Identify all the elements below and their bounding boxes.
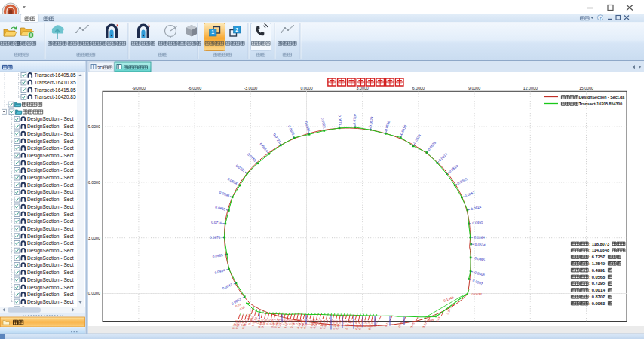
svg-text:DesignSection - Sect: DesignSection - Sect (27, 182, 74, 188)
svg-text:DesignSection - Sect.da: DesignSection - Sect.da (579, 95, 624, 99)
svg-text:0.0000: 0.0000 (88, 291, 100, 295)
svg-text:DesignSection - Sect: DesignSection - Sect (27, 197, 74, 203)
svg-text:DesignSection - Sect: DesignSection - Sect (27, 240, 74, 246)
svg-text:DesignSection - Sect: DesignSection - Sect (27, 248, 74, 254)
svg-text:DesignSection - Sect: DesignSection - Sect (27, 139, 74, 145)
svg-text:DesignSection - Sect: DesignSection - Sect (27, 226, 74, 232)
svg-text:: 0.8707: : 0.8707 (589, 295, 605, 299)
svg-text:: 0.0014: : 0.0014 (589, 288, 606, 292)
svg-text:3.0000: 3.0000 (357, 86, 369, 90)
svg-text:: 0.4991: : 0.4991 (589, 268, 605, 273)
svg-text:3D: 3D (97, 66, 103, 70)
svg-text:DesignSection - Sect: DesignSection - Sect (27, 189, 74, 195)
svg-text:DesignSection - Sect: DesignSection - Sect (27, 175, 74, 181)
svg-text:: 0.0063: : 0.0063 (589, 301, 605, 306)
svg-text:: 0.7395: : 0.7395 (589, 281, 605, 286)
svg-text:DesignSection - Sect: DesignSection - Sect (27, 292, 74, 298)
svg-text:DesignSection - Sect: DesignSection - Sect (27, 153, 74, 159)
svg-text:1: 1 (211, 29, 214, 35)
svg-text:DesignSection - Sect: DesignSection - Sect (27, 160, 74, 166)
svg-text:DesignSection - Sect: DesignSection - Sect (27, 131, 74, 137)
svg-text:-3.0000: -3.0000 (244, 86, 257, 90)
svg-text:2: 2 (235, 27, 238, 32)
svg-text:Transect-16415.85: Transect-16415.85 (35, 87, 76, 93)
svg-text:-9.0000: -9.0000 (132, 86, 146, 90)
svg-text:: 114.0348: : 114.0348 (589, 248, 609, 252)
svg-text:DesignSection - Sect: DesignSection - Sect (27, 116, 74, 122)
svg-text:0.0710: 0.0710 (352, 114, 357, 125)
svg-text:0.0034: 0.0034 (472, 292, 483, 296)
svg-text:DesignSection - Sect: DesignSection - Sect (27, 255, 74, 261)
svg-text:9.0000: 9.0000 (468, 86, 480, 90)
svg-text:9.0000: 9.0000 (88, 124, 100, 129)
svg-text:DesignSection - Sect: DesignSection - Sect (27, 212, 74, 218)
svg-text:12.0000: 12.0000 (523, 86, 538, 90)
svg-text:DesignSection - Sect: DesignSection - Sect (27, 234, 74, 240)
svg-text:Transect-16405.85: Transect-16405.85 (35, 72, 76, 78)
svg-text:6.0000: 6.0000 (88, 180, 100, 185)
svg-text:DesignSection - Sect: DesignSection - Sect (27, 145, 74, 151)
svg-text:Transect-16410.85: Transect-16410.85 (35, 80, 76, 85)
svg-text:: 6.7257: : 6.7257 (589, 255, 605, 259)
svg-text:0.0878: 0.0878 (210, 236, 221, 240)
svg-text:DesignSection - Sect: DesignSection - Sect (27, 262, 74, 268)
svg-text:: 0.0568: : 0.0568 (589, 275, 605, 279)
svg-text:6.0000: 6.0000 (412, 86, 425, 90)
svg-text:15.0000: 15.0000 (579, 86, 593, 90)
svg-text:0.0000: 0.0000 (300, 86, 312, 90)
svg-text:DesignSection - Sect: DesignSection - Sect (27, 167, 74, 173)
svg-text:0.0534: 0.0534 (475, 243, 486, 247)
svg-text:DesignSection - Sect: DesignSection - Sect (27, 299, 74, 305)
svg-text:DesignSection - Sect: DesignSection - Sect (27, 285, 74, 291)
svg-text:Transect-16205.854300: Transect-16205.854300 (579, 102, 622, 106)
svg-text:DesignSection - Sect: DesignSection - Sect (27, 204, 74, 210)
svg-text:-6.0000: -6.0000 (188, 86, 201, 90)
svg-text:3.0000: 3.0000 (88, 236, 100, 240)
svg-text:: 1.2549: : 1.2549 (589, 261, 605, 266)
svg-text:Transect-16420.85: Transect-16420.85 (35, 94, 76, 99)
svg-text:DesignSection - Sect: DesignSection - Sect (27, 270, 74, 276)
svg-text:: 118.8073: : 118.8073 (589, 242, 609, 246)
svg-text:DesignSection - Sect: DesignSection - Sect (27, 277, 74, 283)
svg-text:DesignSection - Sect: DesignSection - Sect (27, 218, 74, 224)
svg-text:0.0675: 0.0675 (338, 115, 342, 126)
svg-text:DesignSection - Sect: DesignSection - Sect (27, 124, 74, 130)
svg-text:0.0364: 0.0364 (474, 236, 486, 240)
